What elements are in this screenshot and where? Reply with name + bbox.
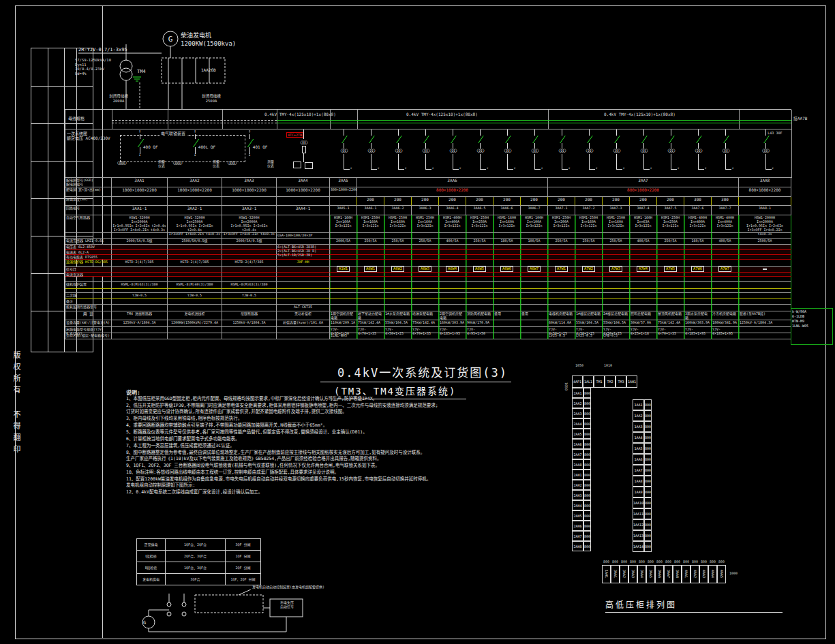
feeder-cable: YJV-4×185+1×95 xyxy=(684,327,712,333)
arr-cell: 2AA6 xyxy=(572,439,583,449)
arr-cell-dim: 800 xyxy=(644,399,652,410)
kwh-cells xyxy=(330,255,791,260)
width-cells: 2002002002002002002002002002002002003003… xyxy=(330,197,791,206)
arr-right-item: 1AA14 800 xyxy=(633,541,652,552)
arr-cell: 4AA2 xyxy=(690,565,699,583)
arr-cell-dim: 800 xyxy=(644,454,652,465)
arr-cell: 1AA12 xyxy=(633,519,644,530)
capacitor-bank-symbol-3AA4: 4TC+2TB xyxy=(277,129,330,177)
gsa-cells xyxy=(330,233,791,239)
feeder-cable: YJV-4×185+1×95 xyxy=(712,327,739,333)
arr-left-item: 2AA1 800 xyxy=(572,388,591,398)
panel-id: 3AA1 xyxy=(112,178,168,187)
feeder-breaker-model: HSM1-250H In=250A Ir3=12In xyxy=(657,215,684,233)
vm-cells xyxy=(330,245,791,250)
feeder-cap: 180kW/341.9A xyxy=(712,320,739,327)
breaker-model: HSW1-3200H In=2000A Ir1=0.95In Ir2=6In t… xyxy=(112,215,168,233)
arr-cell: 3AA4 xyxy=(637,565,646,583)
breaker-icon xyxy=(396,136,407,143)
feeder-cap xyxy=(494,320,521,327)
ct-circles-icon xyxy=(173,159,181,166)
breaker-icon xyxy=(341,136,352,143)
outgoing-arrow-icon xyxy=(616,165,622,170)
arr-right-col: 1AA1 800 1AA2 800 1AA3 800 1AA4 800 1AA5… xyxy=(633,399,652,552)
feeder-cap: 1250kV·A/1804.3A xyxy=(739,320,791,327)
hsml-value: HSML-8(M)63(3)/380 xyxy=(112,282,168,289)
arr-cell: TM2 xyxy=(605,375,616,388)
arr-left-item: 2AH6 800 xyxy=(572,521,591,531)
arr-cell: 3AA7 xyxy=(664,565,673,583)
feeder-width: 200 xyxy=(521,197,548,206)
note-item-1: 2、低压开关柜防护等级IP30,不带隔离门时应满足带电体安全距离要求,柜体采用敷… xyxy=(126,403,498,415)
svg-text:G: G xyxy=(143,620,146,626)
yjw-value: YJW-0.5 xyxy=(112,293,168,299)
feeder-circuit-id: 3AA6-6 xyxy=(494,206,521,215)
feeder-ct-value: 2000/5A xyxy=(330,239,357,245)
qf-label: 400 QF xyxy=(143,144,158,149)
arr-bottom-dim: 800 xyxy=(620,559,628,564)
feeder-circuit-id: 3AA7-3 xyxy=(603,206,630,215)
hsml-row-label: 微机保护装置 xyxy=(65,282,112,289)
load-row-label: 负荷名称(楼层-配电箱编号) xyxy=(65,333,112,339)
arr-cell: 2AA3 xyxy=(572,408,583,418)
feeder-width xyxy=(330,197,357,206)
arr-cell-dim: 800 xyxy=(583,521,591,531)
arr-cell-dim: 800 xyxy=(583,439,591,449)
feeder-circuit-id: 3AA8-1 xyxy=(739,206,791,215)
interlock-row-1: Ⅰ段检修 2QF合、3QF合 1QF 分闸 xyxy=(137,551,261,562)
feeder-usage: 消防风机配电箱 xyxy=(466,311,494,320)
panel-size-red: 800×1000×2200 xyxy=(548,187,739,197)
feeder-breaker-model: HSM1-160H In=63A Ir3=12In xyxy=(630,215,657,233)
arr-cell-dim: 800 xyxy=(644,508,652,519)
feeder-cap: 160kW/303.9A xyxy=(684,320,712,327)
yjw-value: YJW-0.5 xyxy=(168,293,222,299)
arr-bottom-dim: 800 xyxy=(664,559,673,564)
feeder-load xyxy=(630,333,657,339)
arr-cell: 2AA4 xyxy=(572,418,583,429)
generator-name: 柴油发电机 xyxy=(181,31,211,39)
feeder-load xyxy=(412,333,439,339)
feeder-symbol-12 xyxy=(657,129,684,177)
arr-right-item: 1AA5 800 xyxy=(633,443,652,454)
ct-circles-icon xyxy=(412,147,439,153)
feeder-width xyxy=(739,197,791,206)
gen-schematic-box-label: 市电失压 启动信号 xyxy=(271,600,303,609)
arr-right-item: 1AA7 800 xyxy=(633,465,652,476)
interlock-condition: 1QF合、3QF合 xyxy=(166,562,226,574)
feeder-cable: YJV-4×185+1×95 xyxy=(439,327,466,333)
panel-id: 3AA7 xyxy=(548,178,739,187)
arr-bottom-dim: 800 xyxy=(673,559,682,564)
panel-size: 800×1000×2200 xyxy=(739,187,791,197)
outgoing-arrow-icon xyxy=(453,165,459,170)
feeder-ct-value: 400/5A xyxy=(439,239,466,245)
feeder-breaker-model: HSM1-400H In=400A Ir3=12In xyxy=(712,215,739,233)
interlock-state: Ⅰ段检修 xyxy=(137,551,166,562)
arr-cell: 4AA4 xyxy=(708,565,717,583)
breaker-icon xyxy=(763,136,774,143)
feeder-cable: YJV-4×50+1×25 xyxy=(575,327,603,333)
feeder-symbol-2 xyxy=(384,129,412,177)
interlock-result: 3QF 分闸 xyxy=(226,539,261,551)
panel-id: 3AA8 xyxy=(739,178,791,187)
cable-cells: YJV-4×95+1×50YJV-4×70+1×35YJV-4×50+1×25Y… xyxy=(330,327,791,333)
feeder-cap: 55kW/104.5A xyxy=(575,320,603,327)
arr-right-item: 1AA9 800 xyxy=(633,487,652,497)
sensor-cells xyxy=(330,305,791,311)
arr-top-dim: 1010 xyxy=(604,363,612,367)
capacity-row: 设备容量(kW)/计算电流(A) 1250kV·A/1804.3A 1200KW… xyxy=(65,320,791,327)
arr-left-item: 2AH5 800 xyxy=(572,510,591,521)
discharge-box-icon xyxy=(305,162,313,169)
interlock-rows: 正常供电 1QF合、2QF合 3QF 分闸 Ⅰ段检修 2QF合、3QF合 1QF… xyxy=(137,539,261,585)
feeder-circuit-id: 3AA7-7 xyxy=(712,206,739,215)
distribution-schedule-table: 母线规格 0.4kV TMY-4x(125x10)+1x(80x8) 0.4kV… xyxy=(65,109,791,339)
arr-cell: 2AA1 xyxy=(572,388,583,398)
feeder-load xyxy=(384,333,412,339)
arr-right-item: 1AA13 800 xyxy=(633,530,652,541)
feeder-cable: YJV-4×50+1×25 xyxy=(548,327,575,333)
outgoing-arrow-icon xyxy=(480,165,486,170)
load-row: 负荷名称(楼层-配电箱编号) 1LNL-W05LV25-0.5LV25-0.5C… xyxy=(65,333,791,339)
interlock-table: 正常供电 1QF合、2QF合 3QF 分闸 Ⅰ段检修 2QF合、3QF合 1QF… xyxy=(136,538,261,585)
arr-bottom-dim: 800 xyxy=(708,559,717,564)
feeder-load xyxy=(494,333,521,339)
arr-cell: 4AA3 xyxy=(699,565,708,583)
